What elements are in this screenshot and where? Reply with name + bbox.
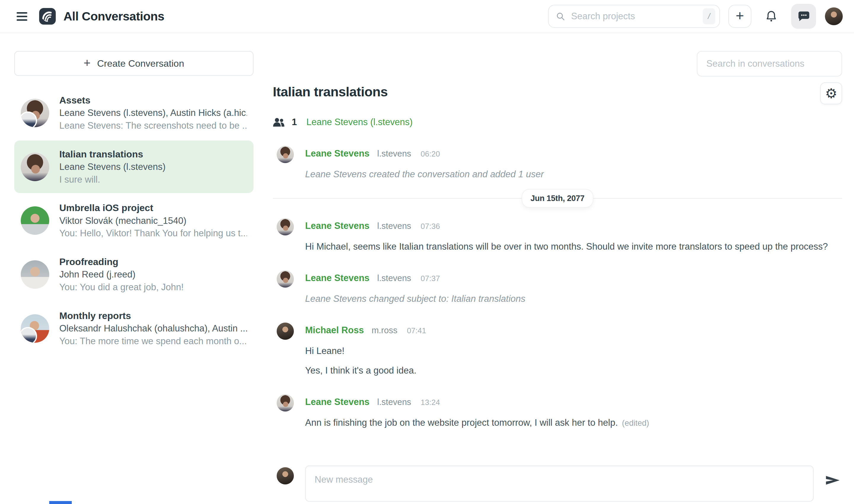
search-in-conversations-input[interactable] bbox=[697, 51, 842, 76]
conversation-avatar bbox=[21, 314, 49, 343]
message: Leane Stevens l.stevens 07:36 Hi Michael… bbox=[273, 218, 842, 253]
conversation-avatar bbox=[21, 153, 49, 181]
message-timestamp: 13:24 bbox=[421, 398, 440, 407]
message-avatar bbox=[277, 218, 294, 235]
message-text: Hi Leane! bbox=[305, 344, 842, 358]
message-author-link[interactable]: Leane Stevens bbox=[305, 397, 370, 407]
date-divider-label: Jun 15th, 2077 bbox=[521, 189, 593, 208]
conversation-list-item[interactable]: Monthly reports Oleksandr Halushchak (oh… bbox=[14, 302, 253, 355]
message-body: Leane Stevens changed subject to: Italia… bbox=[305, 292, 842, 305]
conversation-item-title: Assets bbox=[59, 94, 247, 107]
conversations-button-active[interactable] bbox=[791, 4, 816, 29]
message-author-username: l.stevens bbox=[377, 149, 411, 159]
conversation-list-item[interactable]: Assets Leane Stevens (l.stevens), Austin… bbox=[14, 87, 253, 139]
new-message-input[interactable] bbox=[305, 466, 814, 502]
message-author-link[interactable]: Leane Stevens bbox=[305, 220, 370, 231]
date-divider: Jun 15th, 2077 bbox=[273, 198, 842, 199]
conversation-header: Italian translations ⚙ bbox=[273, 84, 842, 104]
message: Michael Ross m.ross 07:41 Hi Leane!Yes, … bbox=[273, 323, 842, 377]
bottom-left-accent-bar bbox=[49, 501, 72, 504]
conversation-item-participants: Leane Stevens (l.stevens) bbox=[59, 161, 247, 174]
plus-icon: + bbox=[736, 8, 744, 23]
message-author-username: l.stevens bbox=[377, 221, 411, 231]
message-avatar bbox=[277, 394, 294, 412]
conversation-avatar bbox=[21, 260, 49, 289]
create-new-button[interactable]: + bbox=[728, 5, 751, 28]
message-avatar bbox=[277, 270, 294, 288]
create-conversation-button[interactable]: + Create Conversation bbox=[14, 51, 253, 76]
chat-bubble-icon bbox=[797, 10, 811, 23]
conversation-panel: Italian translations ⚙ 1 Leane Stevens (… bbox=[273, 33, 854, 502]
keyboard-shortcut-hint: / bbox=[703, 8, 715, 24]
gear-icon: ⚙ bbox=[825, 87, 837, 100]
message-author-username: l.stevens bbox=[377, 273, 411, 283]
message-timestamp: 07:36 bbox=[421, 222, 440, 231]
search-projects-input[interactable] bbox=[571, 11, 703, 22]
message-avatar bbox=[277, 146, 294, 163]
conversation-item-last-message: You: Hello, Viktor! Thank You for helpin… bbox=[59, 227, 247, 240]
conversation-item-last-message: You: You did a great job, John! bbox=[59, 281, 247, 294]
message-text: Ann is finishing the job on the website … bbox=[305, 416, 842, 429]
conversation-item-participants: Viktor Slovák (mechanic_1540) bbox=[59, 215, 247, 228]
content-area: + Create Conversation Assets Leane Steve… bbox=[0, 33, 854, 502]
message-avatar bbox=[277, 323, 294, 340]
message: Leane Stevens l.stevens 07:37 Leane Stev… bbox=[273, 270, 842, 305]
message-body: Hi Leane!Yes, I think it's a good idea. bbox=[305, 344, 842, 377]
conversation-item-title: Italian translations bbox=[59, 148, 247, 161]
edited-badge: (edited) bbox=[622, 419, 650, 428]
conversation-avatar bbox=[21, 99, 49, 127]
conversation-item-last-message: You: The more time we spend each month o… bbox=[59, 335, 247, 348]
conversation-list-item[interactable]: Italian translations Leane Stevens (l.st… bbox=[14, 141, 253, 193]
conversation-list-item[interactable]: Umbrella iOS project Viktor Slovák (mech… bbox=[14, 194, 253, 247]
message-text: Leane Stevens changed subject to: Italia… bbox=[305, 292, 842, 305]
message-author-link[interactable]: Leane Stevens bbox=[305, 273, 370, 284]
message: Leane Stevens l.stevens 13:24 Ann is fin… bbox=[273, 394, 842, 429]
composer-user-avatar bbox=[277, 467, 294, 484]
participants-icon bbox=[273, 118, 285, 127]
message-author-link[interactable]: Leane Stevens bbox=[305, 148, 370, 159]
create-conversation-label: Create Conversation bbox=[97, 58, 184, 69]
message-timeline: Leane Stevens l.stevens 06:20 Leane Stev… bbox=[273, 146, 842, 447]
search-projects-box: / bbox=[548, 5, 720, 28]
message-text: Yes, I think it's a good idea. bbox=[305, 364, 842, 377]
conversation-item-participants: Leane Stevens (l.stevens), Austin Hicks … bbox=[59, 107, 247, 120]
message-body: Leane Stevens created the conversation a… bbox=[305, 168, 842, 181]
message-body: Ann is finishing the job on the website … bbox=[305, 416, 842, 429]
search-icon bbox=[556, 12, 565, 21]
message: Leane Stevens l.stevens 06:20 Leane Stev… bbox=[273, 146, 842, 181]
composer bbox=[273, 466, 842, 502]
conversation-list: Assets Leane Stevens (l.stevens), Austin… bbox=[14, 87, 253, 355]
message-timestamp: 07:41 bbox=[407, 326, 426, 335]
message-body: Hi Michael, seems like Italian translati… bbox=[305, 240, 842, 253]
app-logo bbox=[39, 8, 56, 24]
participant-link[interactable]: Leane Stevens (l.stevens) bbox=[306, 117, 412, 127]
message-timestamp: 07:37 bbox=[421, 274, 440, 283]
participants-row: 1 Leane Stevens (l.stevens) bbox=[273, 117, 842, 127]
conversations-sidebar: + Create Conversation Assets Leane Steve… bbox=[0, 33, 253, 355]
page-title: All Conversations bbox=[64, 10, 164, 23]
participants-count: 1 bbox=[292, 117, 297, 127]
message-timestamp: 06:20 bbox=[421, 149, 440, 159]
conversation-settings-button[interactable]: ⚙ bbox=[820, 83, 842, 104]
conversation-item-title: Proofreading bbox=[59, 255, 247, 268]
message-text: Hi Michael, seems like Italian translati… bbox=[305, 240, 842, 253]
conversation-item-last-message: I sure will. bbox=[59, 174, 247, 186]
plus-icon: + bbox=[84, 56, 90, 70]
conversation-item-title: Umbrella iOS project bbox=[59, 201, 247, 214]
message-text: Leane Stevens created the conversation a… bbox=[305, 168, 842, 181]
conversation-item-last-message: Leane Stevens: The screenshots need to b… bbox=[59, 120, 247, 132]
topbar: All Conversations / + bbox=[0, 0, 854, 33]
send-message-button[interactable] bbox=[825, 474, 840, 487]
message-author-link[interactable]: Michael Ross bbox=[305, 325, 364, 336]
conversation-item-title: Monthly reports bbox=[59, 309, 247, 322]
notifications-button[interactable] bbox=[760, 5, 783, 28]
hamburger-menu-icon[interactable] bbox=[17, 12, 27, 21]
conversation-list-item[interactable]: Proofreading John Reed (j.reed) You: You… bbox=[14, 248, 253, 301]
conversation-avatar bbox=[21, 206, 49, 235]
user-avatar[interactable] bbox=[825, 7, 843, 25]
send-icon bbox=[825, 474, 840, 486]
conversation-item-participants: John Reed (j.reed) bbox=[59, 268, 247, 281]
conversation-item-participants: Oleksandr Halushchak (ohalushcha), Austi… bbox=[59, 322, 247, 335]
conversation-title: Italian translations bbox=[273, 84, 388, 100]
message-author-username: m.ross bbox=[372, 325, 397, 335]
